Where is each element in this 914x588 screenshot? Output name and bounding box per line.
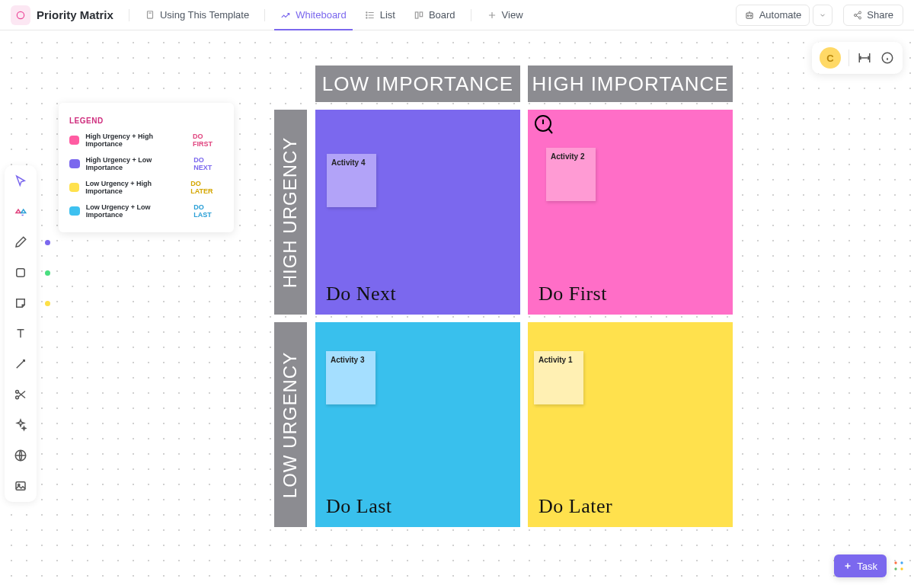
col-header-high: HIGH IMPORTANCE (528, 66, 733, 102)
collaborator-panel: C (812, 42, 903, 74)
row-header-low: LOW URGENCY (274, 322, 307, 527)
web-tool[interactable] (11, 447, 30, 464)
whiteboard-canvas[interactable]: C LEGEND High Urgency + High Importance … (0, 31, 914, 588)
quadrant-do-first[interactable]: Activity 2 Do First (528, 110, 733, 315)
page-title: Priority Matrix (37, 8, 113, 21)
svg-point-11 (855, 14, 857, 16)
separator (848, 50, 849, 66)
legend-tag: DO LAST (193, 203, 223, 219)
alert-icon (534, 114, 554, 139)
pen-tool[interactable] (11, 234, 30, 251)
sticky-activity-1[interactable]: Activity 1 (534, 351, 583, 404)
tab-board-label: Board (429, 9, 455, 21)
tab-list[interactable]: List (359, 0, 401, 30)
legend-row: High Urgency + High Importance DO FIRST (69, 133, 223, 148)
svg-point-3 (366, 14, 366, 15)
legend-swatch (69, 206, 80, 216)
fit-width-icon[interactable] (857, 50, 872, 66)
tab-whiteboard-label: Whiteboard (296, 9, 346, 21)
svg-point-12 (859, 17, 861, 19)
tab-board[interactable]: Board (407, 0, 462, 30)
legend-swatch (69, 159, 80, 168)
legend-label: High Urgency + Low Importance (86, 156, 188, 171)
legend-swatch (69, 136, 79, 145)
svg-point-0 (17, 11, 24, 18)
legend-tag: DO NEXT (193, 156, 223, 171)
svg-rect-5 (415, 11, 418, 18)
svg-point-4 (366, 17, 366, 18)
tool-sidebar (5, 165, 37, 502)
add-view-label: View (502, 9, 523, 21)
text-tool[interactable] (11, 325, 30, 342)
col-header-low: LOW IMPORTANCE (315, 66, 520, 102)
avatar[interactable]: C (820, 47, 841, 69)
sticky-tool[interactable] (11, 295, 30, 312)
svg-rect-1 (147, 11, 152, 18)
legend-card[interactable]: LEGEND High Urgency + High Importance DO… (59, 103, 234, 232)
quad-title-do-last: Do Last (326, 495, 392, 518)
svg-point-2 (366, 11, 366, 12)
svg-rect-14 (17, 269, 25, 277)
share-button[interactable]: Share (843, 5, 903, 26)
legend-label: Low Urgency + High Importance (85, 180, 184, 195)
legend-row: High Urgency + Low Importance DO NEXT (69, 156, 223, 171)
separator (471, 9, 471, 21)
tab-list-label: List (380, 9, 395, 21)
quad-title-do-later: Do Later (538, 495, 612, 518)
legend-tag: DO FIRST (193, 133, 223, 148)
svg-rect-18 (16, 482, 25, 491)
topbar: Priority Matrix Using This Template Whit… (0, 0, 914, 30)
legend-row: Low Urgency + High Importance DO LATER (69, 180, 223, 195)
automate-label: Automate (759, 9, 802, 21)
svg-point-22 (900, 561, 903, 564)
svg-point-23 (894, 567, 896, 570)
tab-template-label: Using This Template (160, 9, 249, 21)
legend-label: Low Urgency + Low Importance (86, 203, 187, 219)
quad-title-do-next: Do Next (326, 283, 396, 305)
legend-tag: DO LATER (190, 180, 223, 195)
tab-template[interactable]: Using This Template (139, 0, 255, 30)
scissors-tool[interactable] (11, 386, 30, 403)
svg-point-24 (900, 567, 903, 570)
quadrant-do-later[interactable]: Activity 1 Do Later (528, 322, 733, 527)
legend-label: High Urgency + High Importance (85, 133, 187, 148)
quad-title-do-first: Do First (538, 283, 607, 305)
image-tool[interactable] (11, 478, 30, 494)
task-button-label: Task (857, 561, 877, 572)
legend-title: LEGEND (69, 117, 223, 125)
row-header-high: HIGH URGENCY (274, 110, 307, 315)
automate-button[interactable]: Automate (736, 5, 810, 26)
sticky-activity-4[interactable]: Activity 4 (327, 154, 376, 207)
sticky-activity-3[interactable]: Activity 3 (326, 351, 376, 404)
sticky-activity-2[interactable]: Activity 2 (546, 148, 596, 201)
add-view[interactable]: View (481, 0, 529, 30)
svg-point-10 (859, 11, 861, 14)
quadrant-do-next[interactable]: Activity 4 Do Next (315, 110, 520, 315)
legend-swatch (69, 183, 79, 192)
share-label: Share (867, 9, 893, 21)
diagram-tool[interactable] (11, 203, 30, 220)
svg-point-21 (894, 561, 896, 564)
automate-dropdown[interactable] (813, 5, 833, 26)
separator (264, 9, 265, 21)
quadrant-do-last[interactable]: Activity 3 Do Last (315, 322, 520, 527)
pointer-tool[interactable] (11, 173, 30, 190)
svg-point-8 (747, 14, 749, 16)
connector-tool[interactable] (11, 356, 30, 372)
separator (129, 9, 129, 21)
title-badge (11, 5, 30, 25)
tab-whiteboard[interactable]: Whiteboard (274, 0, 352, 30)
task-button[interactable]: Task (834, 554, 887, 577)
apps-button[interactable] (890, 554, 908, 577)
svg-rect-6 (420, 11, 423, 16)
shape-tool[interactable] (11, 264, 30, 281)
info-icon[interactable] (880, 50, 895, 66)
ai-tool[interactable] (11, 417, 30, 433)
svg-point-9 (750, 14, 752, 16)
legend-row: Low Urgency + Low Importance DO LAST (69, 203, 223, 219)
